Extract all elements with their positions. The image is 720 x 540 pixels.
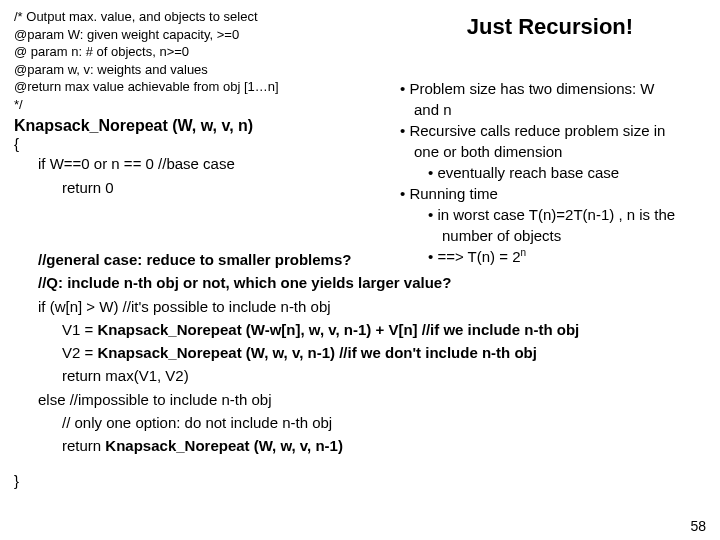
bullet: • Recursive calls reduce problem size in [400, 120, 700, 141]
v1-prefix: V1 = [62, 321, 97, 338]
function-signature: Knapsack_Norepeat (W, w, v, n) [14, 117, 394, 135]
sub-bullet-cont: number of objects [400, 225, 700, 246]
v2-assign: V2 = Knapsack_Norepeat (W, w, v, n-1) //… [14, 341, 706, 364]
slide-title: Just Recursion! [400, 14, 700, 40]
question-comment: //Q: include n-th obj or not, which one … [14, 271, 706, 294]
if-condition: if (w[n] > W) //it's possible to include… [14, 295, 706, 318]
doc-line: */ [14, 96, 394, 114]
only-option-comment: // only one option: do not include n-th … [14, 411, 706, 434]
close-brace: } [14, 469, 706, 492]
doc-line: @return max value achievable from obj [1… [14, 78, 394, 96]
general-comment: //general case: reduce to smaller proble… [14, 248, 706, 271]
return-else: return Knapsack_Norepeat (W, w, v, n-1) [14, 434, 706, 457]
v2-prefix: V2 = [62, 344, 97, 361]
open-brace: { [14, 135, 394, 152]
ret-call: Knapsack_Norepeat (W, w, v, n-1) [105, 437, 343, 454]
bullet: • Running time [400, 183, 700, 204]
bullet-cont: and n [400, 99, 700, 120]
base-case-return: return 0 [14, 176, 394, 199]
base-case-if: if W==0 or n == 0 //base case [14, 152, 394, 175]
bullet: • Problem size has two dimensions: W [400, 78, 700, 99]
slide: /* Output max. value, and objects to sel… [0, 0, 720, 540]
page-number: 58 [690, 518, 706, 534]
v1-assign: V1 = Knapsack_Norepeat (W-w[n], w, v, n-… [14, 318, 706, 341]
bullet-list: • Problem size has two dimensions: W and… [400, 78, 700, 267]
doc-line: @param W: given weight capacity, >=0 [14, 26, 394, 44]
bullet-cont: one or both dimension [400, 141, 700, 162]
sub-bullet: • eventually reach base case [400, 162, 700, 183]
doc-comment: /* Output max. value, and objects to sel… [14, 8, 394, 113]
doc-line: @param w, v: weights and values [14, 61, 394, 79]
doc-line: /* Output max. value, and objects to sel… [14, 8, 394, 26]
return-max: return max(V1, V2) [14, 364, 706, 387]
ret-prefix: return [62, 437, 105, 454]
sub-bullet: • in worst case T(n)=2T(n-1) , n is the [400, 204, 700, 225]
code-block: //general case: reduce to smaller proble… [14, 248, 706, 493]
else-line: else //impossible to include n-th obj [14, 388, 706, 411]
left-column: /* Output max. value, and objects to sel… [14, 8, 394, 199]
doc-line: @ param n: # of objects, n>=0 [14, 43, 394, 61]
v1-call: Knapsack_Norepeat (W-w[n], w, v, n-1) + … [97, 321, 579, 338]
right-column: Just Recursion! • Problem size has two d… [400, 14, 700, 267]
v2-call: Knapsack_Norepeat (W, w, v, n-1) //if we… [97, 344, 536, 361]
